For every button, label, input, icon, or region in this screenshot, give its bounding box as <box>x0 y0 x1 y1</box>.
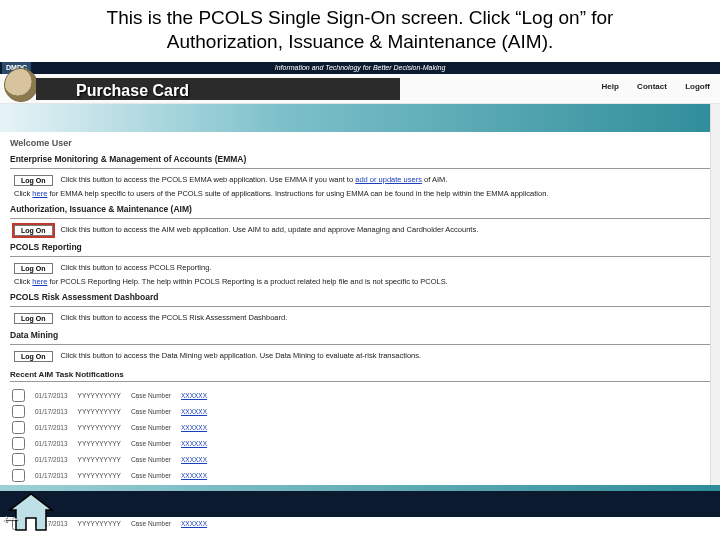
app-title: Purchase Card <box>76 82 189 100</box>
notification-row: 01/17/2013YYYYYYYYYYCase NumberXXXXXX <box>10 388 215 404</box>
risk-section-title: PCOLS Risk Assessment Dashboard <box>10 292 710 302</box>
dmdc-banner: DMDC Information and Technology for Bett… <box>0 62 720 74</box>
notification-checkbox[interactable] <box>12 453 25 466</box>
app-title-bar: Purchase Card <box>36 78 400 100</box>
notification-case-label: Case Number <box>129 516 179 532</box>
notification-row: 01/17/2013YYYYYYYYYYCase NumberXXXXXX <box>10 420 215 436</box>
emma-logon-button[interactable]: Log On <box>14 175 53 186</box>
risk-logon-button[interactable]: Log On <box>14 313 53 324</box>
notification-case-link[interactable]: XXXXXX <box>179 468 215 484</box>
emma-help-link[interactable]: here <box>32 189 47 198</box>
notification-checkbox[interactable] <box>12 421 25 434</box>
notification-date: 01/17/2013 <box>33 452 76 468</box>
help-link[interactable]: Help <box>602 82 619 91</box>
notification-task: YYYYYYYYYY <box>76 452 129 468</box>
reporting-section-title: PCOLS Reporting <box>10 242 710 252</box>
notification-task: YYYYYYYYYY <box>76 420 129 436</box>
notification-task: YYYYYYYYYY <box>76 436 129 452</box>
notification-case-link[interactable]: XXXXXX <box>179 420 215 436</box>
notification-task: YYYYYYYYYY <box>76 516 129 532</box>
caption-line-2: Authorization, Issuance & Maintenance (A… <box>167 31 554 52</box>
gradient-band <box>0 104 720 132</box>
notification-task: YYYYYYYYYY <box>76 468 129 484</box>
notification-case-link[interactable]: XXXXXX <box>179 436 215 452</box>
back-arrow-icon[interactable]: ← <box>0 504 22 532</box>
divider <box>10 168 710 169</box>
notification-case-label: Case Number <box>129 436 179 452</box>
divider <box>10 344 710 345</box>
notifications-title: Recent AIM Task Notifications <box>10 370 710 379</box>
caption-line-1: This is the PCOLS Single Sign-On screen.… <box>107 7 614 28</box>
notification-case-link[interactable]: XXXXXX <box>179 388 215 404</box>
notification-row: 01/17/2013YYYYYYYYYYCase NumberXXXXXX <box>10 452 215 468</box>
notification-date: 01/17/2013 <box>33 468 76 484</box>
notification-date: 01/17/2013 <box>33 420 76 436</box>
welcome-user: Welcome User <box>10 138 710 148</box>
pcols-sso-app: DMDC Information and Technology for Bett… <box>0 62 720 517</box>
notification-case-label: Case Number <box>129 388 179 404</box>
logoff-link[interactable]: Logoff <box>685 82 710 91</box>
notification-date: 01/17/2013 <box>33 404 76 420</box>
notification-case-label: Case Number <box>129 452 179 468</box>
aim-description: Click this button to access the AIM web … <box>61 225 711 234</box>
notification-case-link[interactable]: XXXXXX <box>179 452 215 468</box>
risk-description: Click this button to access the PCOLS Ri… <box>61 313 711 322</box>
notification-case-link[interactable]: XXXXXX <box>179 404 215 420</box>
divider <box>10 256 710 257</box>
reporting-logon-button[interactable]: Log On <box>14 263 53 274</box>
notification-row: 01/17/2013YYYYYYYYYYCase NumberXXXXXX <box>10 436 215 452</box>
reporting-help-line: Click here for PCOLS Reporting Help. The… <box>14 277 710 286</box>
notification-task: YYYYYYYYYY <box>76 388 129 404</box>
notification-checkbox[interactable] <box>12 437 25 450</box>
notification-checkbox[interactable] <box>12 389 25 402</box>
aim-logon-button[interactable]: Log On <box>14 225 53 236</box>
divider <box>10 306 710 307</box>
emma-description: Click this button to access the PCOLS EM… <box>61 175 711 184</box>
notification-checkbox[interactable] <box>12 469 25 482</box>
contact-link[interactable]: Contact <box>637 82 667 91</box>
scrollbar-track[interactable] <box>710 62 720 517</box>
notification-case-label: Case Number <box>129 404 179 420</box>
emma-add-update-link[interactable]: add or update users <box>355 175 422 184</box>
notification-case-link[interactable]: XXXXXX <box>179 516 215 532</box>
notification-row: 01/17/2013YYYYYYYYYYCase NumberXXXXXX <box>10 468 215 484</box>
reporting-description: Click this button to access PCOLS Report… <box>61 263 711 272</box>
aim-section-title: Authorization, Issuance & Maintenance (A… <box>10 204 710 214</box>
agency-seal-icon <box>4 68 38 102</box>
reporting-help-link[interactable]: here <box>32 277 47 286</box>
slide-caption: This is the PCOLS Single Sign-On screen.… <box>0 0 720 62</box>
notification-case-label: Case Number <box>129 468 179 484</box>
mining-logon-button[interactable]: Log On <box>14 351 53 362</box>
emma-help-line: Click here for EMMA help specific to use… <box>14 189 710 198</box>
topnav: Purchase Card Help Contact Logoff <box>0 74 720 104</box>
notification-row: 01/17/2013YYYYYYYYYYCase NumberXXXXXX <box>10 404 215 420</box>
main-content: Welcome User Enterprise Monitoring & Man… <box>0 132 720 541</box>
mining-section-title: Data Mining <box>10 330 710 340</box>
notification-date: 01/17/2013 <box>33 388 76 404</box>
notification-case-label: Case Number <box>129 420 179 436</box>
divider <box>10 381 710 382</box>
notification-date: 01/17/2013 <box>33 436 76 452</box>
mining-description: Click this button to access the Data Min… <box>61 351 711 360</box>
dmdc-tagline: Information and Technology for Better De… <box>275 62 446 74</box>
emma-section-title: Enterprise Monitoring & Management of Ac… <box>10 154 710 164</box>
notification-task: YYYYYYYYYY <box>76 404 129 420</box>
footer-dark-bar <box>0 491 720 517</box>
divider <box>10 218 710 219</box>
notification-checkbox[interactable] <box>12 405 25 418</box>
